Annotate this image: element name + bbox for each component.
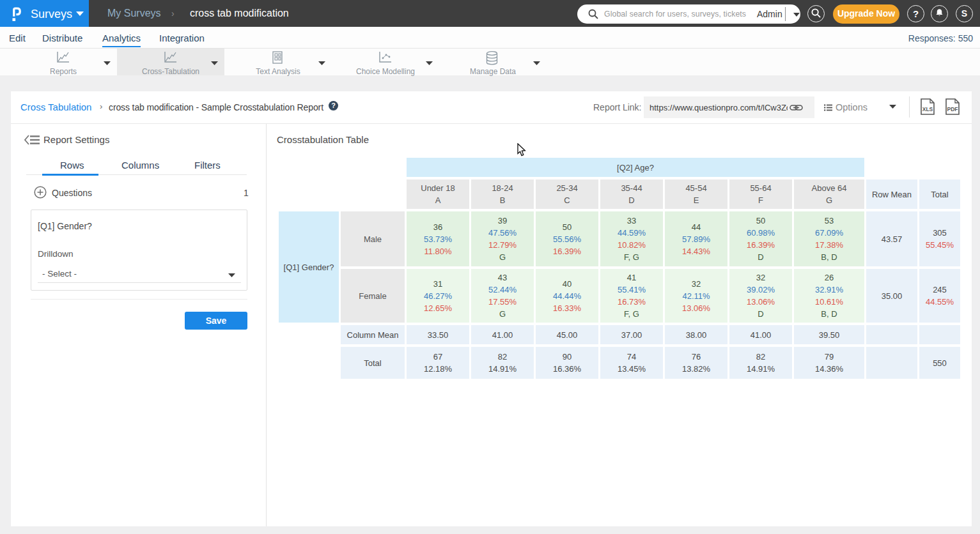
svg-text:XLS: XLS: [922, 106, 933, 112]
svg-text:PDF: PDF: [947, 106, 958, 112]
